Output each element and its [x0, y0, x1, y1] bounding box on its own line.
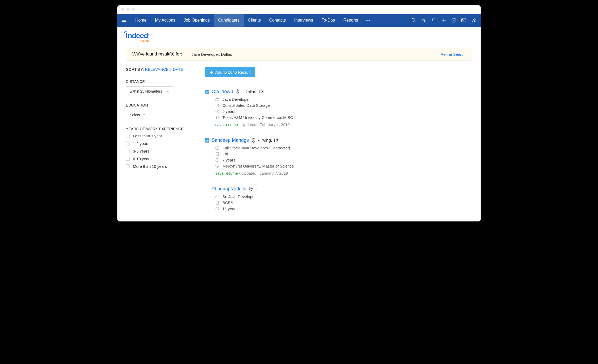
candidate-name-link[interactable]: Sandeep Mandge — [212, 138, 249, 143]
window-minimize-button[interactable] — [126, 8, 129, 11]
menu-icon[interactable] — [122, 19, 126, 22]
mail-icon[interactable] — [461, 18, 466, 23]
candidate-name-link[interactable]: Ola Idowu — [212, 89, 233, 94]
nav-item-home[interactable]: Home — [131, 14, 151, 27]
nav-item-my-actions[interactable]: My Actions — [151, 14, 180, 27]
candidate-years: 11 years — [222, 206, 238, 211]
sort-row: SORT BY: RELEVANCE | DATE — [126, 67, 194, 72]
checkbox-icon — [126, 157, 130, 161]
clock-icon — [215, 109, 219, 113]
body-columns: SORT BY: RELEVANCE | DATE DISTANCE withi… — [126, 67, 472, 216]
candidate-updated: - Updated : January 7, 2019 — [238, 171, 288, 175]
education-filter: EDUCATION Select — [126, 103, 194, 120]
candidate-education-row: Mercyhurst University, Master of Science — [215, 164, 472, 168]
calendar-icon[interactable]: 31 — [451, 18, 456, 23]
candidate-education: Mercyhurst University, Master of Science — [222, 164, 294, 168]
svg-rect-23 — [216, 147, 219, 149]
svg-line-1 — [415, 21, 416, 22]
svg-point-9 — [475, 21, 476, 22]
plus-icon[interactable] — [441, 18, 446, 23]
briefcase-icon — [215, 97, 219, 101]
candidate-location: - Dallas, TX — [242, 89, 264, 94]
svg-point-32 — [250, 188, 251, 189]
candidate-company: BCBS — [222, 200, 233, 205]
nav-item-to-dos[interactable]: To-Dos — [317, 14, 339, 27]
education-select[interactable]: Select — [126, 110, 149, 120]
candidate-title: Full Stack Java Developer [Contractor] — [222, 146, 290, 150]
candidate-header: Sandeep Mandge- Irving, TX — [205, 138, 472, 143]
candidate-years: 5 years — [222, 109, 235, 114]
building-icon — [215, 201, 219, 205]
candidate-updated: - Updated : February 4, 2019 — [238, 122, 290, 127]
chevron-down-icon — [143, 114, 145, 116]
bell-icon[interactable] — [431, 18, 436, 23]
briefcase-icon — [215, 146, 219, 150]
candidate-header: Phaniraj Nadella- — [205, 186, 472, 192]
nav-item-clients[interactable]: Clients — [244, 14, 265, 27]
svg-point-12 — [237, 90, 238, 92]
results-query: Java Developer, Dallas — [192, 52, 232, 57]
window-titlebar — [117, 5, 481, 14]
nav-item-interviews[interactable]: Interviews — [290, 14, 317, 27]
location-pin-icon — [249, 187, 253, 191]
experience-option-label: 1-2 years — [133, 141, 150, 146]
checkbox-icon — [126, 164, 130, 168]
sort-relevance-link[interactable]: RELEVANCE — [145, 67, 169, 72]
clock-icon — [215, 207, 219, 211]
nav-item-reports[interactable]: Reports — [339, 14, 362, 27]
svg-point-0 — [412, 18, 415, 22]
experience-option[interactable]: 6-10 years — [126, 156, 194, 161]
tools-icon[interactable] — [471, 18, 476, 23]
building-icon — [215, 152, 219, 156]
candidate-company: Citi — [222, 152, 228, 156]
candidate-title: Java Developer — [222, 97, 250, 102]
candidate-education-row: Texas A&M University Commerce, M.SC — [215, 115, 472, 120]
candidate-checkbox[interactable] — [205, 138, 209, 143]
checkbox-icon — [126, 149, 130, 153]
results-left: We've found result(s) for: Java Develope… — [132, 52, 232, 57]
candidate-save-row: save resume - Updated : February 4, 2019 — [215, 122, 472, 127]
nav-item-candidates[interactable]: Candidates — [214, 14, 244, 27]
candidate-location: - Irving, TX — [258, 138, 278, 143]
sort-date-link[interactable]: DATE — [173, 67, 183, 72]
megaphone-icon[interactable] — [421, 18, 426, 23]
svg-rect-34 — [216, 201, 218, 204]
refine-search-link[interactable]: Refine Search — [441, 52, 466, 57]
chevron-down-icon — [167, 90, 169, 93]
location-pin-icon — [236, 89, 239, 94]
education-value: Select — [130, 113, 140, 117]
nav-items-container: HomeMy ActionsJob OpeningsCandidatesClie… — [131, 14, 362, 27]
candidate-card: Phaniraj Nadella-Sr. Java DeveloperBCBS1… — [205, 181, 472, 216]
indeed-logo: indeed® resume — [126, 32, 150, 42]
candidate-checkbox[interactable] — [205, 90, 209, 94]
window-close-button[interactable] — [121, 8, 124, 11]
experience-option-label: 3-5 years — [133, 149, 150, 153]
nav-right: 31 — [411, 18, 476, 23]
building-icon — [215, 103, 219, 107]
experience-option[interactable]: More than 10 years — [126, 164, 194, 169]
candidate-checkbox[interactable] — [205, 187, 209, 191]
search-icon[interactable] — [411, 18, 416, 23]
checkbox-icon — [126, 141, 130, 145]
add-to-zoho-button[interactable]: Add to Zoho Recruit — [205, 67, 255, 77]
nav-more-icon[interactable] — [362, 20, 373, 21]
svg-rect-13 — [216, 99, 219, 101]
nav-item-contacts[interactable]: Contacts — [265, 14, 290, 27]
candidate-header: Ola Idowu- Dallas, TX — [205, 89, 472, 94]
experience-option[interactable]: 1-2 years — [126, 141, 194, 146]
candidate-details: Java DeveloperConsolidated Data Storage5… — [215, 97, 472, 127]
candidate-details: Full Stack Java Developer [Contractor]Ci… — [215, 146, 472, 175]
nav-item-job-openings[interactable]: Job Openings — [180, 14, 214, 27]
main-nav: HomeMy ActionsJob OpeningsCandidatesClie… — [117, 14, 481, 27]
candidate-name-link[interactable]: Phaniraj Nadella — [212, 186, 246, 192]
experience-option[interactable]: 3-5 years — [126, 149, 194, 153]
nav-left: HomeMy ActionsJob OpeningsCandidatesClie… — [122, 14, 373, 27]
save-resume-link[interactable]: save resume — [215, 122, 238, 127]
experience-option[interactable]: Less than 1 year — [126, 134, 194, 138]
svg-text:31: 31 — [453, 20, 455, 22]
results-bar: We've found result(s) for: Java Develope… — [126, 48, 472, 61]
save-resume-link[interactable]: save resume — [215, 171, 238, 175]
distance-select[interactable]: within 25 kilometers — [126, 86, 173, 96]
window-maximize-button[interactable] — [132, 8, 135, 11]
candidate-company-row: Citi — [215, 152, 472, 156]
